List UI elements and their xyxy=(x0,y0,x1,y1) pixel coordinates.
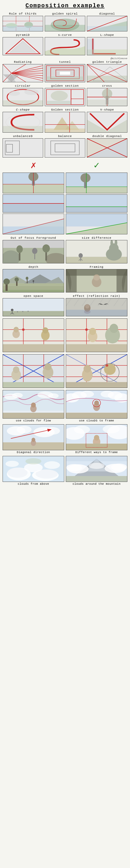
label-tunnel: tunnel xyxy=(59,60,71,64)
svg-point-217 xyxy=(45,363,51,370)
cell-golden-spiral: golden spiral xyxy=(45,12,85,31)
diagram-open-space xyxy=(3,298,64,316)
svg-rect-110 xyxy=(66,207,127,212)
svg-point-279 xyxy=(5,461,19,467)
svg-rect-74 xyxy=(45,128,85,132)
svg-rect-205 xyxy=(66,344,127,352)
svg-rect-67 xyxy=(87,100,127,106)
svg-point-275 xyxy=(7,468,28,478)
svg-point-238 xyxy=(12,393,23,398)
label-cross: cross xyxy=(102,84,112,88)
cell-unbalanced: unbalanceD xyxy=(3,135,43,157)
svg-rect-252 xyxy=(66,412,127,418)
svg-rect-82 xyxy=(45,138,85,157)
cell-circular: circular xyxy=(3,84,43,106)
cell-diagonal-dir: Diagonal direction xyxy=(3,424,64,454)
row-clouds-1: use clouds for flow xyxy=(3,390,127,422)
diagram-golden-spiral xyxy=(45,16,85,31)
svg-point-281 xyxy=(25,458,41,464)
diagram-pyramid xyxy=(3,37,43,55)
label-circular: circular xyxy=(15,84,31,88)
svg-point-269 xyxy=(94,435,99,441)
diagram-rule-of-thirds xyxy=(3,16,43,31)
svg-rect-230 xyxy=(66,382,127,388)
diagram-ways-to-frame xyxy=(66,424,127,450)
row-6: unbalanceD balance xyxy=(3,135,127,157)
row-4: circular golden section xyxy=(3,84,127,106)
cell-golden-section: golden section xyxy=(45,84,85,106)
row-clouds-2: clouds from above xyxy=(3,456,127,486)
svg-rect-152 xyxy=(16,281,18,286)
svg-point-266 xyxy=(74,425,90,433)
diagram-good-2 xyxy=(66,194,127,213)
label-clouds-frame: use clouDS to frame xyxy=(79,419,114,422)
label-ways-to-frame: Different ways to frame xyxy=(75,451,118,454)
svg-point-235 xyxy=(31,402,35,408)
cell-framing: Framing xyxy=(66,266,127,292)
svg-rect-98 xyxy=(66,173,127,187)
svg-point-127 xyxy=(17,245,23,253)
diagram-good-1 xyxy=(66,173,127,193)
diagram-storyboard-left-1 xyxy=(3,318,64,352)
diagram-bad-3 xyxy=(3,214,64,234)
cell-clouds-mountain: clouds around the mountain xyxy=(66,456,127,486)
label-pyramid: pyramiD xyxy=(16,33,30,37)
svg-point-257 xyxy=(17,426,31,433)
svg-point-149 xyxy=(32,280,34,282)
row-diagonal-dir: Diagonal direction xyxy=(3,424,127,454)
diagram-clouds-frame xyxy=(66,390,127,418)
cell-v-shape: V-shape xyxy=(87,108,127,133)
row-5: C-shape Golden section xyxy=(3,108,127,133)
diagram-cross xyxy=(87,88,127,106)
diagram-c-shape xyxy=(3,112,43,133)
svg-rect-270 xyxy=(66,443,127,450)
svg-rect-162 xyxy=(77,276,116,292)
svg-point-288 xyxy=(111,463,127,470)
svg-point-227 xyxy=(83,365,91,373)
cell-c-shape: C-shape xyxy=(3,108,43,133)
svg-point-192 xyxy=(22,328,25,331)
diagram-bad-1 xyxy=(3,173,64,193)
diagram-golden-section xyxy=(45,88,85,106)
row-depth: depth xyxy=(3,266,127,292)
cell-ways-to-frame: Different ways to frame xyxy=(66,424,127,454)
diagram-diagonal xyxy=(87,16,127,31)
svg-rect-195 xyxy=(3,344,64,352)
diagram-out-of-focus xyxy=(3,240,64,264)
diagram-v-shape xyxy=(87,112,127,133)
row-2: pyramiD s-curve xyxy=(3,33,127,55)
svg-rect-42 xyxy=(47,76,84,81)
cell-tunnel: tunnel xyxy=(45,60,85,82)
diagram-size-difference xyxy=(66,240,127,264)
bad-good-pair-1 xyxy=(3,173,127,193)
svg-point-102 xyxy=(81,173,90,182)
cell-pyramid: pyramiD xyxy=(3,33,43,55)
label-clouds-above: clouds from above xyxy=(18,483,49,486)
label-golden-section: golden section xyxy=(51,84,79,88)
row-out-focus: Out of focus Foreground xyxy=(3,237,127,264)
label-golden-spiral: golden spiral xyxy=(52,12,78,15)
cell-diagonal: diagonal xyxy=(87,12,127,31)
page-title: Composition examples xyxy=(3,3,127,9)
row-open-space: open space effect (r xyxy=(3,294,127,316)
cell-cross: cross xyxy=(87,84,127,106)
row-3: Radiating xyxy=(3,60,127,82)
svg-rect-105 xyxy=(3,195,64,204)
svg-rect-44 xyxy=(87,76,127,82)
cell-s-curve: s-curve xyxy=(45,33,85,55)
label-double-diagonal: double diagonal xyxy=(92,135,122,138)
label-diagonal: diagonal xyxy=(99,12,115,15)
svg-point-267 xyxy=(103,425,120,433)
diagram-circular xyxy=(3,88,43,106)
svg-point-194 xyxy=(43,327,48,334)
cell-clouds-flow: use clouds for flow xyxy=(3,390,64,422)
page: Composition examples Rule of thirds xyxy=(0,0,130,490)
cell-golden-triangle: golden triangle xyxy=(87,60,127,82)
svg-point-133 xyxy=(109,243,119,253)
label-golden-section2: Golden section xyxy=(51,108,79,111)
svg-point-280 xyxy=(44,461,60,469)
svg-point-165 xyxy=(11,309,14,311)
svg-point-250 xyxy=(94,400,99,406)
diagram-effect xyxy=(66,298,127,316)
cell-size-difference: size difference xyxy=(66,237,127,264)
